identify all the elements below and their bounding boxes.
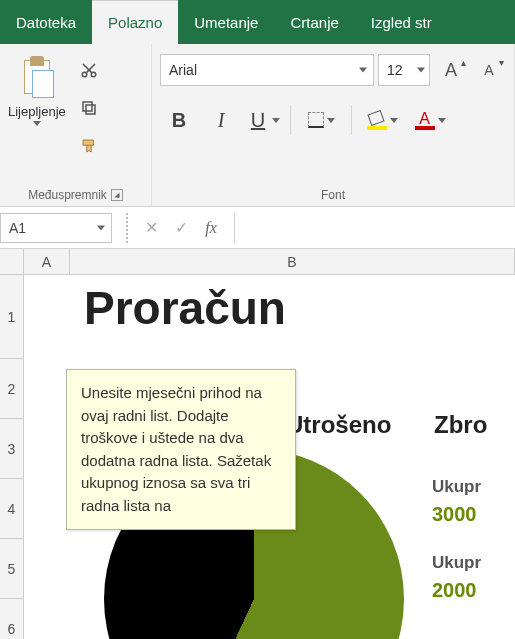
formula-input[interactable] — [243, 213, 515, 243]
x-icon: ✕ — [145, 218, 158, 237]
worksheet: A B 1 2 3 4 5 6 Proračun Utrošeno Zbro U… — [0, 249, 515, 639]
row-header-1[interactable]: 1 — [0, 275, 23, 359]
separator — [351, 105, 352, 135]
font-size-value: 12 — [387, 62, 403, 78]
format-painter-button[interactable] — [74, 132, 104, 160]
formula-bar-row: A1 ✕ ✓ fx — [0, 207, 515, 249]
summary-value-1: 3000 — [432, 503, 477, 526]
svg-point-1 — [91, 72, 96, 77]
borders-button[interactable] — [299, 100, 343, 140]
column-header-B[interactable]: B — [70, 249, 515, 274]
font-name-value: Arial — [169, 62, 197, 78]
row-header-3[interactable]: 3 — [0, 419, 23, 479]
increase-font-button[interactable]: A▴ — [434, 54, 468, 86]
row-header-6[interactable]: 6 — [0, 599, 23, 639]
svg-point-0 — [82, 72, 87, 77]
ribbon: Lijepljenje Međuspremnik — [0, 44, 515, 207]
summary-value-2: 2000 — [432, 579, 477, 602]
caret-up-icon: ▴ — [461, 57, 466, 68]
chevron-down-icon — [438, 118, 446, 123]
cancel-formula-button[interactable]: ✕ — [136, 213, 166, 243]
scissors-icon — [80, 61, 98, 79]
chevron-down-icon — [417, 68, 425, 73]
copy-button[interactable] — [74, 94, 104, 122]
group-font: Arial 12 A▴ A▾ B I U — [152, 44, 515, 206]
fill-color-button[interactable] — [360, 100, 404, 140]
font-color-button[interactable]: A — [408, 100, 452, 140]
copy-icon — [80, 99, 98, 117]
font-color-icon: A — [415, 110, 435, 130]
paste-label: Lijepljenje — [8, 104, 66, 119]
tab-umetanje[interactable]: Umetanje — [178, 0, 274, 44]
paste-button[interactable]: Lijepljenje — [8, 50, 66, 188]
accept-formula-button[interactable]: ✓ — [166, 213, 196, 243]
insert-function-button[interactable]: fx — [196, 213, 226, 243]
summary-label-2: Ukupr — [432, 553, 481, 573]
row-header-4[interactable]: 4 — [0, 479, 23, 539]
underline-button[interactable]: U — [244, 100, 282, 140]
svg-rect-2 — [86, 105, 95, 114]
underline-glyph: U — [251, 109, 265, 132]
row-header-5[interactable]: 5 — [0, 539, 23, 599]
bucket-icon — [367, 110, 387, 130]
decrease-font-button[interactable]: A▾ — [472, 54, 506, 86]
group-clipboard-label: Međuspremnik — [28, 188, 107, 202]
chevron-down-icon — [97, 225, 105, 230]
bold-button[interactable]: B — [160, 100, 198, 140]
name-box-value: A1 — [9, 220, 26, 236]
group-clipboard: Lijepljenje Međuspremnik — [0, 44, 152, 206]
separator — [126, 213, 128, 243]
cut-button[interactable] — [74, 56, 104, 84]
summary-label-1: Ukupr — [432, 477, 481, 497]
chevron-down-icon — [327, 118, 335, 123]
ribbon-tabbar: Datoteka Polazno Umetanje Crtanje Izgled… — [0, 0, 515, 44]
chevron-down-icon — [359, 68, 367, 73]
heading-zbroj: Zbro — [434, 411, 487, 439]
clipboard-dialog-launcher[interactable] — [111, 189, 123, 201]
cell-comment-tooltip: Unesite mjesečni prihod na ovaj radni li… — [66, 369, 296, 530]
group-font-label: Font — [321, 188, 345, 202]
svg-rect-3 — [83, 102, 92, 111]
chevron-down-icon — [33, 121, 41, 126]
sheet-title: Proračun — [84, 281, 286, 335]
font-size-select[interactable]: 12 — [378, 54, 430, 86]
tab-polazno[interactable]: Polazno — [92, 0, 178, 44]
chevron-down-icon — [390, 118, 398, 123]
row-headers: 1 2 3 4 5 6 — [0, 275, 24, 639]
letter-a-icon: A — [445, 60, 457, 81]
separator — [290, 105, 291, 135]
heading-utroseno: Utrošeno — [286, 411, 391, 439]
letter-a-small-icon: A — [484, 62, 493, 78]
italic-button[interactable]: I — [202, 100, 240, 140]
tab-crtanje[interactable]: Crtanje — [274, 0, 354, 44]
border-icon — [308, 112, 324, 128]
column-headers: A B — [24, 249, 515, 275]
column-header-A[interactable]: A — [24, 249, 70, 274]
font-name-select[interactable]: Arial — [160, 54, 374, 86]
select-all-corner[interactable] — [0, 249, 24, 275]
fx-icon: fx — [205, 219, 217, 237]
row-header-2[interactable]: 2 — [0, 359, 23, 419]
letter-a-colored: A — [419, 110, 430, 127]
chevron-down-icon — [272, 118, 280, 123]
separator — [234, 213, 235, 243]
caret-down-icon: ▾ — [499, 57, 504, 68]
tab-datoteka[interactable]: Datoteka — [0, 0, 92, 44]
check-icon: ✓ — [175, 218, 188, 237]
paintbrush-icon — [80, 136, 98, 156]
tab-izgled-stranice[interactable]: Izgled str — [355, 0, 448, 44]
cells-area[interactable]: Proračun Utrošeno Zbro Ukupr 3000 Ukupr … — [24, 275, 515, 639]
paste-icon — [18, 54, 56, 102]
name-box[interactable]: A1 — [0, 213, 112, 243]
